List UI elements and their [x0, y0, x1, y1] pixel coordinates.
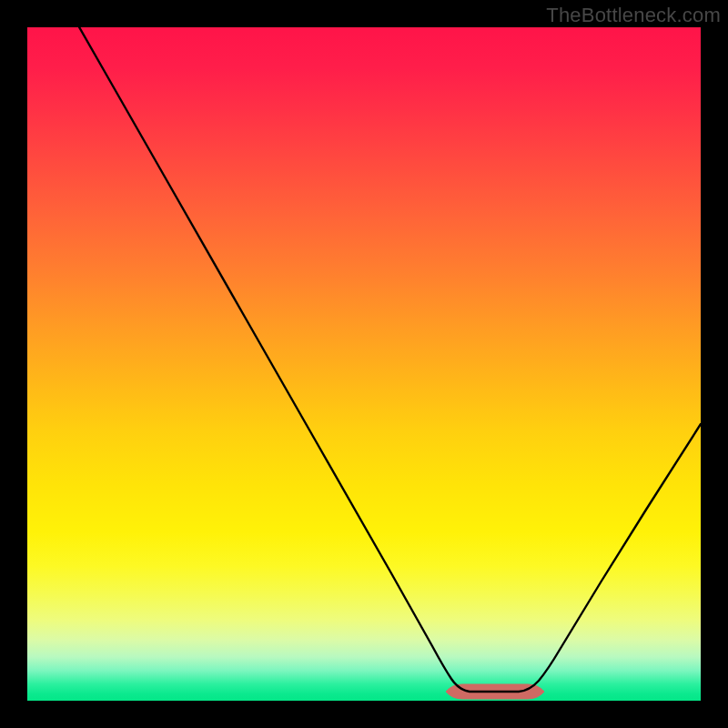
- chart-frame: TheBottleneck.com: [0, 0, 728, 728]
- bottleneck-curve-path: [64, 27, 701, 692]
- bottleneck-curve-svg: [27, 27, 701, 701]
- plot-area: [27, 27, 701, 701]
- watermark-text: TheBottleneck.com: [546, 4, 721, 27]
